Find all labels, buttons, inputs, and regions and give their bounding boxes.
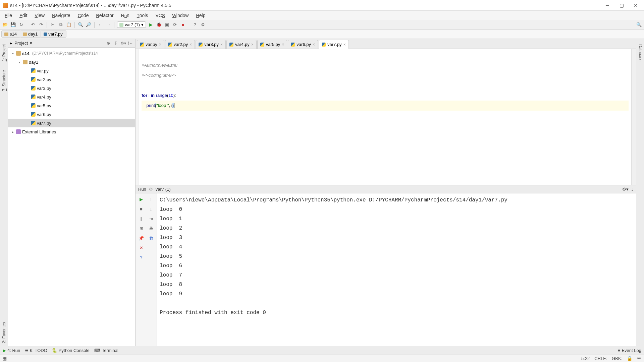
minimize-panel-icon[interactable]: ↓ xyxy=(631,187,634,192)
close-tab-icon[interactable]: × xyxy=(282,42,284,47)
editor-tab[interactable]: var6.py× xyxy=(288,40,318,49)
close-tab-icon[interactable]: × xyxy=(159,42,161,47)
tree-root[interactable]: ▾ s14 (D:\PYCHARM\PycharmProjects\s14 xyxy=(8,49,135,58)
close-icon[interactable]: ✕ xyxy=(137,243,146,252)
caret-position[interactable]: 5:22 xyxy=(581,356,590,361)
tool-favorites-tab[interactable]: 2: Favorites xyxy=(2,319,6,346)
close-button[interactable]: ✕ xyxy=(633,2,639,8)
sync-icon[interactable]: ↻ xyxy=(18,22,24,28)
open-icon[interactable]: 📂 xyxy=(2,22,8,28)
down-icon[interactable]: ↓ xyxy=(147,204,155,213)
find-icon[interactable]: 🔍 xyxy=(77,22,84,28)
menu-file[interactable]: File xyxy=(1,11,15,19)
close-tab-icon[interactable]: × xyxy=(190,42,192,47)
breadcrumb-s14[interactable]: s14 xyxy=(1,31,20,38)
expand-arrow-icon[interactable]: ▾ xyxy=(17,60,21,64)
replace-icon[interactable]: 🔎 xyxy=(86,22,92,28)
back-icon[interactable]: ← xyxy=(97,22,103,28)
cut-icon[interactable]: ✂ xyxy=(50,22,56,28)
editor-tab[interactable]: var5.py× xyxy=(257,40,287,49)
editor-tab[interactable]: var.py× xyxy=(137,40,164,49)
menu-vcs[interactable]: VCS xyxy=(152,11,168,19)
collapse-all-icon[interactable]: ⊕ xyxy=(106,41,111,46)
tree-external-libraries[interactable]: ▸ External Libraries xyxy=(8,127,135,136)
menu-edit[interactable]: Edit xyxy=(16,11,31,19)
trash-icon[interactable]: 🗑 xyxy=(147,234,155,242)
menu-navigate[interactable]: Navigate xyxy=(49,11,74,19)
tree-file[interactable]: var6.py xyxy=(8,110,135,119)
menu-code[interactable]: Code xyxy=(74,11,92,19)
close-tab-icon[interactable]: × xyxy=(220,42,223,47)
run-config-selector[interactable]: var7 (1) ▾ xyxy=(117,21,146,28)
file-encoding[interactable]: GBK: xyxy=(612,356,622,361)
scroll-to-icon[interactable]: ↧ xyxy=(113,41,118,46)
tree-file[interactable]: var4.py xyxy=(8,93,135,101)
coverage-icon[interactable]: ▣ xyxy=(164,22,170,28)
up-icon[interactable]: ↑ xyxy=(147,195,155,203)
rerun-icon[interactable]: ▶ xyxy=(137,195,146,203)
editor-tab[interactable]: var4.py× xyxy=(226,40,257,49)
paste-icon[interactable]: 📋 xyxy=(66,22,72,28)
close-tab-icon[interactable]: × xyxy=(343,42,346,47)
export-icon[interactable]: ⊞ xyxy=(137,224,146,233)
forward-icon[interactable]: → xyxy=(105,22,111,28)
menu-tools[interactable]: Tools xyxy=(133,11,152,19)
close-tab-icon[interactable]: × xyxy=(251,42,254,47)
soft-wrap-icon[interactable]: ⇥ xyxy=(147,214,155,223)
tree-file[interactable]: var3.py xyxy=(8,84,135,93)
debug-icon[interactable]: 🐞 xyxy=(156,22,162,28)
pin-icon[interactable]: 📌 xyxy=(137,234,146,242)
print-icon[interactable]: 🖶 xyxy=(147,224,155,233)
editor-tab[interactable]: var2.py× xyxy=(165,40,195,49)
tool-project-tab[interactable]: 1: Project xyxy=(1,42,6,64)
editor-tab[interactable]: var3.py× xyxy=(196,40,226,49)
search-everywhere-icon[interactable]: 🔍 xyxy=(636,22,642,28)
tool-structure-tab[interactable]: 7: Structure xyxy=(1,67,6,94)
menu-run[interactable]: Run xyxy=(118,11,133,19)
settings-sync-icon[interactable]: ⚙ xyxy=(200,22,206,28)
status-indicator-icon[interactable]: ▦ xyxy=(3,356,7,361)
save-icon[interactable]: 💾 xyxy=(10,22,16,28)
line-separator[interactable]: CRLF: xyxy=(594,356,607,361)
breadcrumb-day1[interactable]: day1 xyxy=(20,31,41,38)
menu-view[interactable]: View xyxy=(31,11,48,19)
chevron-down-icon[interactable]: ▾ xyxy=(30,41,32,46)
editor-tab[interactable]: var7.py× xyxy=(319,40,349,49)
bottom-run-tab[interactable]: ▶4: Run xyxy=(3,348,20,353)
bottom-python-console-tab[interactable]: 🐍Python Console xyxy=(52,348,90,353)
expand-arrow-icon[interactable]: ▸ xyxy=(11,130,15,134)
tree-folder-day1[interactable]: ▾ day1 xyxy=(8,58,135,66)
help-icon[interactable]: ? xyxy=(137,253,146,262)
pause-icon[interactable]: ‖ xyxy=(137,214,146,223)
tree-file[interactable]: var2.py xyxy=(8,75,135,84)
rerun-icon[interactable]: ⟳ xyxy=(172,22,178,28)
code-content[interactable]: #Author:nieweizhu #-*-coding:utf-8-*- fo… xyxy=(139,49,631,185)
expand-arrow-icon[interactable]: ▾ xyxy=(11,52,15,55)
code-editor[interactable]: #Author:nieweizhu #-*-coding:utf-8-*- fo… xyxy=(136,49,636,185)
project-tree[interactable]: ▾ s14 (D:\PYCHARM\PycharmProjects\s14 ▾ … xyxy=(8,48,135,346)
bottom-terminal-tab[interactable]: ⌨Terminal xyxy=(94,348,118,353)
hide-panel-icon[interactable]: !← xyxy=(128,41,133,46)
menu-window[interactable]: Window xyxy=(169,11,192,19)
minimize-button[interactable]: ─ xyxy=(604,2,610,8)
gear-icon[interactable]: ⚙▾ xyxy=(622,187,629,192)
console-output[interactable]: C:\Users\niewe\AppData\Local\Programs\Py… xyxy=(157,193,636,346)
tree-file[interactable]: var.py xyxy=(8,66,135,75)
copy-icon[interactable]: ⧉ xyxy=(58,22,64,28)
redo-icon[interactable]: ↷ xyxy=(38,22,44,28)
bottom-event-log[interactable]: ≡Event Log xyxy=(618,348,641,353)
tool-database-tab[interactable]: Database xyxy=(638,42,643,64)
stop-icon[interactable]: ■ xyxy=(180,22,186,28)
tree-file[interactable]: var5.py xyxy=(8,101,135,110)
stop-icon[interactable]: ■ xyxy=(137,204,146,213)
tree-file[interactable]: var7.py xyxy=(8,119,135,127)
gear-icon[interactable]: ⚙▾ xyxy=(120,41,126,46)
inspections-icon[interactable]: 👁 xyxy=(637,356,641,361)
menu-help[interactable]: Help xyxy=(193,11,209,19)
menu-refactor[interactable]: Refactor xyxy=(93,11,117,19)
close-tab-icon[interactable]: × xyxy=(313,42,315,47)
undo-icon[interactable]: ↶ xyxy=(30,22,36,28)
maximize-button[interactable]: ▢ xyxy=(619,2,625,8)
bottom-todo-tab[interactable]: ≣6: TODO xyxy=(25,348,47,353)
lock-icon[interactable]: 🔓 xyxy=(627,356,632,361)
